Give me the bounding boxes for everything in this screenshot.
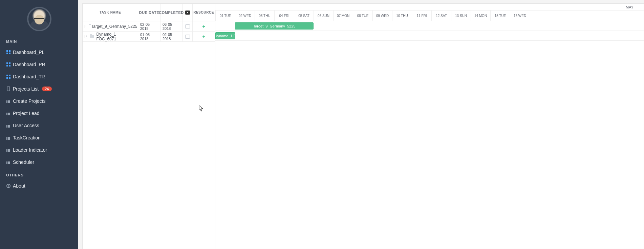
resource-cell[interactable]: +: [193, 21, 215, 31]
timeline-day[interactable]: 16 WED: [510, 11, 530, 21]
col-completed[interactable]: COMPLETED: [160, 4, 183, 21]
comment-cell[interactable]: [183, 32, 193, 41]
comment-icon: [185, 11, 190, 15]
gantt-grid-header: TASK NAME DUE DATE COMPLETED RESOURCE: [83, 4, 215, 21]
col-due-date[interactable]: DUE DATE: [138, 4, 160, 21]
table-row[interactable]: + Dynamo_1 FOC_6071 01-05-2018 02-05-201…: [83, 32, 215, 42]
timeline-month: MAY: [215, 4, 644, 11]
bars-icon: [6, 111, 11, 116]
timeline-day[interactable]: 09 WED: [372, 11, 392, 21]
timeline-day[interactable]: 13 SUN: [451, 11, 471, 21]
resource-cell[interactable]: +: [193, 32, 215, 41]
sidebar-item-label: Dashboard_PL: [13, 50, 44, 55]
info-icon: [6, 184, 11, 188]
sidebar-item-dashboard-pl[interactable]: Dashboard_PL: [0, 46, 78, 58]
avatar[interactable]: [27, 7, 51, 31]
main: TASK NAME DUE DATE COMPLETED RESOURCE + …: [78, 0, 644, 249]
gantt-timeline[interactable]: MAY 01 TUE02 WED03 THU04 FRI05 SAT06 SUN…: [215, 4, 644, 249]
gantt-bar[interactable]: Target_9_Germany_5225: [235, 22, 314, 30]
col-task-name[interactable]: TASK NAME: [83, 4, 138, 21]
timeline-day[interactable]: 14 MON: [471, 11, 490, 21]
sidebar-item-label: Dashboard_PR: [13, 62, 45, 67]
sidebar-item-dashboard-pr[interactable]: Dashboard_PR: [0, 58, 78, 71]
timeline-day[interactable]: 05 SAT: [294, 11, 314, 21]
timeline-day[interactable]: 01 TUE: [215, 11, 235, 21]
timeline-day[interactable]: 02 WED: [235, 11, 255, 21]
col-resource[interactable]: RESOURCE: [193, 4, 215, 21]
task-name: Dynamo_1 FOC_6071: [96, 32, 136, 41]
bars-icon: [6, 99, 11, 103]
grid-icon: [6, 62, 11, 67]
timeline-body: Target_9_Germany_5225 Dynamo_1 F: [215, 21, 644, 41]
sidebar-item-user-access[interactable]: User Access: [0, 119, 78, 132]
timeline-day[interactable]: 15 TUE: [490, 11, 510, 21]
projects-list-badge: 24: [42, 87, 51, 91]
timeline-row[interactable]: Target_9_Germany_5225: [215, 21, 644, 31]
bars-icon: [6, 123, 11, 128]
sidebar-item-label: About: [13, 183, 25, 189]
bars-icon: [6, 160, 11, 165]
sidebar-item-about[interactable]: About: [0, 180, 78, 192]
avatar-wrap: [0, 0, 78, 35]
expand-icon[interactable]: +: [85, 35, 88, 38]
sidebar-item-label: Project Lead: [13, 111, 40, 116]
comment-outline-icon: [185, 35, 190, 39]
sidebar: MAIN Dashboard_PL Dashboard_PR Dashboard…: [0, 0, 78, 249]
sidebar-item-label: Dashboard_TR: [13, 74, 45, 79]
due-date: 02-05-2018: [138, 21, 160, 31]
sidebar-item-label: User Access: [13, 123, 39, 128]
sidebar-item-projects-list[interactable]: Projects List 24: [0, 83, 78, 95]
timeline-day[interactable]: 07 MON: [333, 11, 353, 21]
timeline-day[interactable]: 10 THU: [392, 11, 412, 21]
grid-icon: [6, 74, 11, 79]
sidebar-item-create-projects[interactable]: Create Projects: [0, 95, 78, 107]
sidebar-item-label: Create Projects: [13, 98, 45, 104]
expand-icon[interactable]: +: [85, 25, 87, 28]
comment-cell[interactable]: [183, 21, 193, 31]
timeline-day[interactable]: 08 TUE: [353, 11, 372, 21]
timeline-day[interactable]: 03 THU: [255, 11, 274, 21]
sidebar-item-label: Loader Indicator: [13, 147, 47, 153]
sidebar-section-others: OTHERS: [0, 168, 78, 180]
bars-icon: [6, 148, 11, 152]
sidebar-item-project-lead[interactable]: Project Lead: [0, 107, 78, 119]
completed-date: 06-05-2018: [160, 21, 183, 31]
grid-icon: [6, 50, 11, 55]
add-resource-icon[interactable]: +: [202, 34, 205, 39]
timeline-header: MAY 01 TUE02 WED03 THU04 FRI05 SAT06 SUN…: [215, 4, 644, 21]
timeline-day[interactable]: 11 FRI: [412, 11, 431, 21]
gantt-bar-label: Dynamo_1 F: [215, 34, 235, 38]
gantt-grid: TASK NAME DUE DATE COMPLETED RESOURCE + …: [83, 4, 215, 249]
table-row[interactable]: + Target_9_Germany_5225 02-05-2018 06-05…: [83, 21, 215, 32]
sidebar-section-main: MAIN: [0, 35, 78, 46]
timeline-row[interactable]: Dynamo_1 F: [215, 31, 644, 41]
col-comments[interactable]: [183, 4, 193, 21]
timeline-days: 01 TUE02 WED03 THU04 FRI05 SAT06 SUN07 M…: [215, 11, 644, 21]
sidebar-item-dashboard-tr[interactable]: Dashboard_TR: [0, 71, 78, 83]
phone-icon: [6, 87, 11, 91]
comment-outline-icon: [185, 24, 190, 28]
sidebar-item-label: TaskCreation: [13, 135, 41, 140]
gantt-bar[interactable]: Dynamo_1 F: [215, 32, 235, 39]
add-resource-icon[interactable]: +: [202, 24, 205, 29]
completed-date: 02-05-2018: [160, 32, 183, 41]
bars-icon: [6, 135, 11, 140]
sidebar-item-scheduler[interactable]: Scheduler: [0, 156, 78, 168]
sidebar-item-label: Scheduler: [13, 159, 34, 165]
gantt-panel: TASK NAME DUE DATE COMPLETED RESOURCE + …: [82, 3, 644, 249]
sidebar-item-task-creation[interactable]: TaskCreation: [0, 132, 78, 144]
folder-icon: [90, 35, 94, 38]
gantt-bar-label: Target_9_Germany_5225: [253, 24, 296, 28]
sidebar-item-label: Projects List: [13, 86, 39, 92]
timeline-day[interactable]: 06 SUN: [314, 11, 333, 21]
timeline-day[interactable]: 12 SAT: [431, 11, 451, 21]
sidebar-item-loader-indicator[interactable]: Loader Indicator: [0, 144, 78, 156]
task-name: Target_9_Germany_5225: [91, 24, 137, 29]
due-date: 01-05-2018: [138, 32, 160, 41]
timeline-day[interactable]: 04 FRI: [274, 11, 294, 21]
